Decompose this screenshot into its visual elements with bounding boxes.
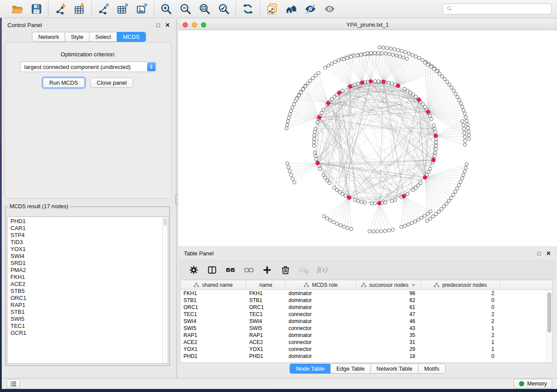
cell-name[interactable]: SWI4 <box>246 318 286 325</box>
table-row[interactable]: SWI4SWI4dominator462 <box>180 318 552 325</box>
cell-mcds_role[interactable]: connector <box>286 346 356 353</box>
tab-select[interactable]: Select <box>89 32 117 42</box>
cell-name[interactable]: FKH1 <box>246 290 286 297</box>
run-mcds-button[interactable]: Run MCDS <box>43 78 85 88</box>
cell-mcds_role[interactable]: dominator <box>286 290 356 297</box>
cell-shared_name[interactable]: PHD1 <box>180 353 246 360</box>
export-network-button[interactable] <box>96 1 111 16</box>
cell-predecessor_nodes[interactable]: 2 <box>421 332 500 339</box>
cell-name[interactable]: STB1 <box>246 297 286 304</box>
window-close-icon[interactable] <box>183 22 188 28</box>
import-network-button[interactable] <box>52 1 68 16</box>
deselect-all-button[interactable] <box>244 265 254 275</box>
cell-name[interactable]: YOX1 <box>246 346 286 353</box>
search-input[interactable] <box>455 5 548 13</box>
cell-predecessor_nodes[interactable]: 2 <box>421 318 500 325</box>
mcds-result-item[interactable]: SWI5 <box>7 316 162 323</box>
column-header-shared-name[interactable]: shared name <box>180 280 246 290</box>
table-row[interactable]: RAP1RAP1dominator352 <box>180 332 552 339</box>
open-file-button[interactable] <box>9 1 25 16</box>
cell-predecessor_nodes[interactable]: 2 <box>421 290 500 297</box>
cell-successor_nodes[interactable]: 46 <box>356 318 421 325</box>
cell-shared_name[interactable]: TEC1 <box>180 311 246 318</box>
cell-shared_name[interactable]: YOX1 <box>180 346 246 353</box>
cell-name[interactable]: ORC1 <box>246 304 286 311</box>
mcds-result-item[interactable]: TEC1 <box>7 323 162 330</box>
cell-successor_nodes[interactable]: 18 <box>356 353 421 360</box>
column-header-MCDS-role[interactable]: MCDS role <box>286 280 356 290</box>
window-minimize-icon[interactable] <box>192 22 197 28</box>
cell-mcds_role[interactable]: dominator <box>286 318 356 325</box>
tab-node-table[interactable]: Node Table <box>290 364 330 374</box>
import-table-button[interactable] <box>72 1 87 16</box>
mcds-result-item[interactable]: SRD1 <box>7 260 162 267</box>
mcds-result-item[interactable]: RAP1 <box>7 302 162 309</box>
duplicate-network-button[interactable] <box>264 1 280 16</box>
cell-successor_nodes[interactable]: 61 <box>356 304 421 311</box>
cell-shared_name[interactable]: STB1 <box>180 297 246 304</box>
tab-edge-table[interactable]: Edge Table <box>330 364 370 374</box>
zoom-in-button[interactable] <box>158 1 174 16</box>
cell-successor_nodes[interactable]: 47 <box>356 311 421 318</box>
mcds-result-item[interactable]: ORC1 <box>7 295 162 302</box>
close-panel-icon[interactable]: ✕ <box>165 22 170 28</box>
task-history-button[interactable] <box>7 379 20 389</box>
cell-mcds_role[interactable]: dominator <box>286 304 356 311</box>
mcds-result-item[interactable]: STP4 <box>7 232 162 239</box>
cell-name[interactable]: RAP1 <box>246 332 286 339</box>
apply-layout-button[interactable] <box>240 1 256 16</box>
memory-button[interactable]: Memory <box>514 379 552 389</box>
table-row[interactable]: ORC1ORC1dominator610 <box>180 304 552 311</box>
cell-successor_nodes[interactable]: 29 <box>356 346 421 353</box>
tab-motifs[interactable]: Motifs <box>418 364 446 374</box>
table-row[interactable]: SWI5SWI5connector431 <box>180 325 552 332</box>
table-scrollbar-thumb[interactable] <box>547 292 551 333</box>
table-row[interactable]: ACE2ACE2connector311 <box>180 339 552 346</box>
mcds-result-item[interactable]: YOX1 <box>7 246 162 253</box>
criterion-select[interactable]: largest connected component (undirected) <box>20 62 156 72</box>
cell-shared_name[interactable]: RAP1 <box>180 332 246 339</box>
cell-shared_name[interactable]: ACE2 <box>180 339 246 346</box>
mcds-result-item[interactable]: FKH1 <box>7 274 162 281</box>
cell-mcds_role[interactable]: connector <box>286 339 356 346</box>
tab-style[interactable]: Style <box>65 32 89 42</box>
tab-network-table[interactable]: Network Table <box>370 364 418 374</box>
gear-button[interactable] <box>189 265 199 275</box>
first-neighbors-button[interactable] <box>283 1 299 16</box>
save-session-button[interactable] <box>28 1 44 16</box>
result-scrollbar-thumb[interactable] <box>163 218 167 226</box>
float-panel-icon[interactable]: □ <box>156 22 160 28</box>
table-row[interactable]: YOX1YOX1connector291 <box>180 346 552 353</box>
mcds-result-item[interactable]: STB1 <box>7 309 162 316</box>
tab-mcds[interactable]: MCDS <box>117 32 145 42</box>
cell-name[interactable]: SWI5 <box>246 325 286 332</box>
cell-successor_nodes[interactable]: 96 <box>356 290 421 297</box>
search-box[interactable] <box>443 3 552 14</box>
cell-predecessor_nodes[interactable]: 1 <box>421 325 500 332</box>
cell-successor_nodes[interactable]: 62 <box>356 297 421 304</box>
cell-predecessor_nodes[interactable]: 0 <box>421 297 500 304</box>
window-maximize-icon[interactable] <box>201 22 206 28</box>
cell-mcds_role[interactable]: dominator <box>286 332 356 339</box>
show-all-button[interactable] <box>322 1 337 16</box>
cell-successor_nodes[interactable]: 35 <box>356 332 421 339</box>
network-canvas[interactable] <box>178 30 557 246</box>
cell-mcds_role[interactable]: connector <box>286 311 356 318</box>
zoom-fit-button[interactable] <box>197 1 212 16</box>
hide-selected-button[interactable] <box>302 1 318 16</box>
cell-shared_name[interactable]: SWI5 <box>180 325 246 332</box>
mcds-result-item[interactable]: SWI4 <box>7 253 162 260</box>
delete-column-button[interactable] <box>280 265 291 275</box>
column-header-name[interactable]: name <box>246 280 286 290</box>
zoom-selected-button[interactable] <box>216 1 232 16</box>
mcds-result-item[interactable]: PMA2 <box>7 267 162 274</box>
close-table-panel-icon[interactable]: ✕ <box>546 251 551 256</box>
close-panel-button[interactable]: Close panel <box>90 78 134 88</box>
cell-name[interactable]: TEC1 <box>246 311 286 318</box>
cell-predecessor_nodes[interactable]: 1 <box>421 346 500 353</box>
mcds-result-item[interactable]: TID3 <box>7 239 162 246</box>
mcds-result-item[interactable]: ACE2 <box>7 281 162 288</box>
cell-predecessor_nodes[interactable]: 1 <box>421 339 500 346</box>
zoom-out-button[interactable] <box>177 1 193 16</box>
cell-successor_nodes[interactable]: 43 <box>356 325 421 332</box>
